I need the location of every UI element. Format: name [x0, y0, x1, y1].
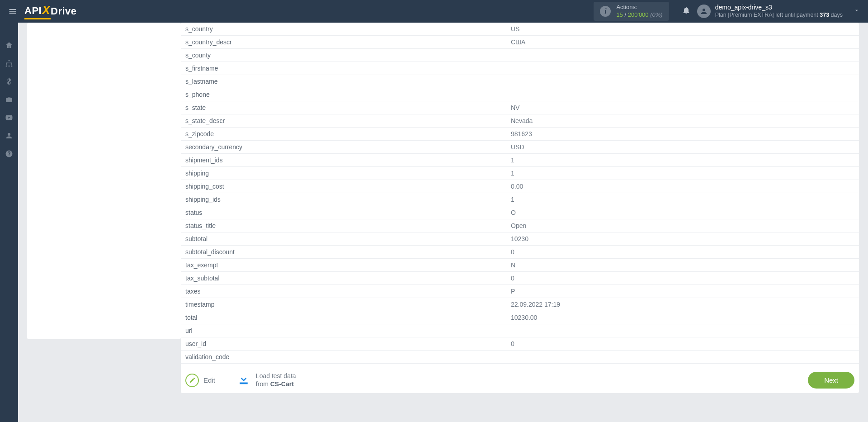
- field-key: shipment_ids: [181, 154, 506, 167]
- table-row: subtotal10230: [181, 232, 859, 246]
- table-row: validation_code: [181, 351, 859, 364]
- field-value: 0: [506, 246, 859, 259]
- table-row: user_id0: [181, 337, 859, 351]
- actions-label: Actions:: [616, 4, 662, 11]
- notifications-button[interactable]: [675, 6, 697, 17]
- field-key: s_state: [181, 101, 506, 114]
- field-key: s_firstname: [181, 62, 506, 75]
- table-row: s_country_descrСША: [181, 36, 859, 49]
- table-row: url: [181, 324, 859, 337]
- field-key: s_phone: [181, 88, 506, 101]
- sidebar-help[interactable]: [0, 145, 18, 163]
- field-value: США: [506, 36, 859, 49]
- logo-drive: Drive: [51, 5, 77, 17]
- field-value: NV: [506, 101, 859, 114]
- menu-button[interactable]: [5, 3, 21, 19]
- table-row: taxesP: [181, 285, 859, 298]
- sidebar-connections[interactable]: [0, 54, 18, 72]
- sidebar-work[interactable]: [0, 90, 18, 109]
- field-value: 10230: [506, 232, 859, 246]
- logo-api: API: [24, 5, 42, 16]
- field-key: secondary_currency: [181, 141, 506, 154]
- user-text: demo_apix-drive_s3 Plan |Premium EXTRA| …: [715, 4, 843, 19]
- field-key: shipping_cost: [181, 180, 506, 193]
- load-test-data-button[interactable]: Load test data from CS-Cart: [237, 372, 296, 388]
- actions-percent: (0%): [650, 11, 662, 18]
- sidebar-account[interactable]: [0, 127, 18, 145]
- field-value: Nevada: [506, 114, 859, 128]
- field-value: [506, 75, 859, 88]
- field-value: US: [506, 23, 859, 36]
- logo-x: X: [42, 3, 50, 17]
- sidebar-billing[interactable]: [0, 72, 18, 90]
- field-value: 981623: [506, 128, 859, 141]
- field-value: 0: [506, 337, 859, 351]
- table-row: s_lastname: [181, 75, 859, 88]
- sidebar-home[interactable]: [0, 36, 18, 54]
- field-value: [506, 88, 859, 101]
- table-row: s_county: [181, 49, 859, 62]
- table-row: shipping1: [181, 167, 859, 180]
- field-key: s_state_descr: [181, 114, 506, 128]
- field-value: N: [506, 259, 859, 272]
- field-value: 22.09.2022 17:19: [506, 298, 859, 311]
- field-value: USD: [506, 141, 859, 154]
- chevron-down-icon[interactable]: [850, 7, 863, 15]
- field-key: taxes: [181, 285, 506, 298]
- table-row: statusO: [181, 206, 859, 219]
- table-row: shipping_ids1: [181, 193, 859, 206]
- table-row: secondary_currencyUSD: [181, 141, 859, 154]
- field-key: s_zipcode: [181, 128, 506, 141]
- table-row: s_phone: [181, 88, 859, 101]
- load-line1: Load test data: [256, 372, 296, 380]
- load-source: CS-Cart: [270, 380, 294, 388]
- field-value: Open: [506, 219, 859, 232]
- table-row: status_titleOpen: [181, 219, 859, 232]
- plan-days: 373: [820, 12, 829, 18]
- field-value: P: [506, 285, 859, 298]
- field-value: 0: [506, 272, 859, 285]
- table-row: s_zipcode981623: [181, 128, 859, 141]
- field-key: url: [181, 324, 506, 337]
- table-row: s_firstname: [181, 62, 859, 75]
- field-value: [506, 351, 859, 364]
- actions-box[interactable]: i Actions: 15 / 200'000 (0%): [594, 2, 669, 21]
- table-row: total10230.00: [181, 311, 859, 324]
- sidebar-video[interactable]: [0, 109, 18, 127]
- table-row: s_state_descrNevada: [181, 114, 859, 128]
- actions-text: Actions: 15 / 200'000 (0%): [616, 4, 662, 19]
- field-key: user_id: [181, 337, 506, 351]
- main-content: s_countryUSs_country_descrСШАs_countys_f…: [18, 23, 868, 422]
- edit-button[interactable]: Edit: [185, 374, 215, 387]
- next-button[interactable]: Next: [808, 372, 854, 389]
- actions-limit: 200'000: [628, 11, 649, 18]
- field-key: status_title: [181, 219, 506, 232]
- field-value: 10230.00: [506, 311, 859, 324]
- field-key: shipping: [181, 167, 506, 180]
- footer-actions: Edit Load test data from CS-Cart Next: [181, 364, 859, 393]
- user-avatar-icon: [697, 5, 711, 18]
- left-panel: [27, 23, 181, 339]
- field-value: [506, 62, 859, 75]
- field-key: s_county: [181, 49, 506, 62]
- logo[interactable]: APIXDrive: [24, 3, 77, 19]
- edit-label: Edit: [203, 376, 215, 384]
- field-key: status: [181, 206, 506, 219]
- field-key: tax_subtotal: [181, 272, 506, 285]
- sidebar: [0, 23, 18, 422]
- table-row: timestamp22.09.2022 17:19: [181, 298, 859, 311]
- field-key: timestamp: [181, 298, 506, 311]
- field-key: s_country: [181, 23, 506, 36]
- field-value: O: [506, 206, 859, 219]
- user-menu[interactable]: demo_apix-drive_s3 Plan |Premium EXTRA| …: [697, 4, 850, 19]
- field-key: subtotal: [181, 232, 506, 246]
- user-name: demo_apix-drive_s3: [715, 4, 843, 12]
- field-key: shipping_ids: [181, 193, 506, 206]
- field-key: total: [181, 311, 506, 324]
- field-key: tax_exempt: [181, 259, 506, 272]
- field-value: 0.00: [506, 180, 859, 193]
- field-value: [506, 324, 859, 337]
- field-key: subtotal_discount: [181, 246, 506, 259]
- field-value: 1: [506, 167, 859, 180]
- field-value: 1: [506, 154, 859, 167]
